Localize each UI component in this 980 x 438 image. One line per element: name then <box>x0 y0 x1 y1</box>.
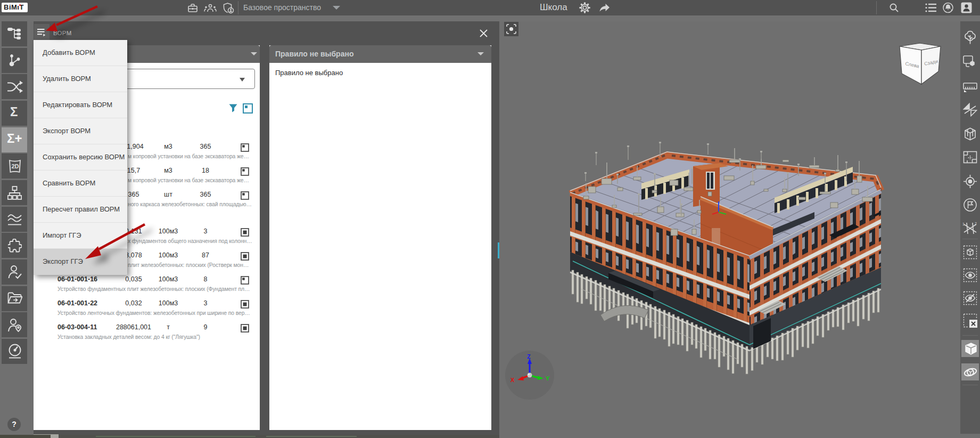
svg-text:2: 2 <box>975 222 977 225</box>
svg-text:2D: 2D <box>12 163 19 169</box>
svg-text:Z: Z <box>527 353 531 360</box>
svg-text:X: X <box>510 377 515 383</box>
svg-text:Y: Y <box>546 375 550 382</box>
svg-text:1: 1 <box>962 222 965 226</box>
